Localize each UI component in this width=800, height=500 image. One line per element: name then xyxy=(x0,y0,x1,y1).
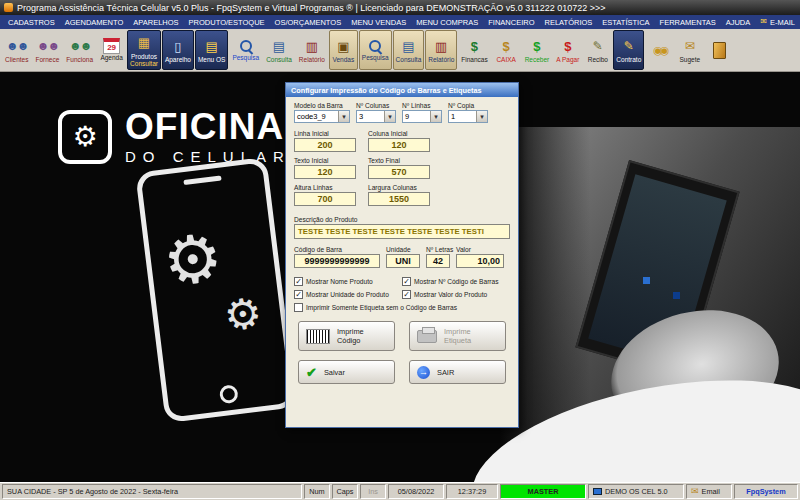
email-icon: ✉ xyxy=(691,487,699,496)
toolbar-button-relat-rio[interactable]: Relatório xyxy=(425,30,457,70)
dialog-titlebar[interactable]: Configurar Impressão do Código de Barras… xyxy=(286,83,518,97)
exit-icon xyxy=(713,42,726,59)
linha-inicial-input[interactable]: 200 xyxy=(294,138,356,152)
barcode-config-dialog: Configurar Impressão do Código de Barras… xyxy=(285,82,519,428)
toolbar-button-aparelho[interactable]: Aparelho xyxy=(162,30,194,70)
texto-final-label: Texto Final xyxy=(368,157,430,164)
status-email[interactable]: ✉ Email xyxy=(686,484,732,499)
logo-line2: DO CELULAR xyxy=(125,148,291,165)
checkbox-box xyxy=(294,303,303,312)
gear-icon: ⚙ xyxy=(72,123,97,151)
toolbar-button-consulta[interactable]: Consulta xyxy=(393,30,425,70)
consult-icon xyxy=(402,36,414,56)
toolbar-button-funciona[interactable]: Funciona xyxy=(63,30,96,70)
texto-final-input[interactable]: 570 xyxy=(368,165,430,179)
menu-item-ajuda[interactable]: AJUDA xyxy=(721,18,756,27)
toolbar-button-label: Consulta xyxy=(396,56,422,63)
menu-item-financeiro[interactable]: FINANCEIRO xyxy=(483,18,539,27)
menu-item-label: OS/ORÇAMENTOS xyxy=(275,18,342,27)
menu-item-menu-vendas[interactable]: MENU VENDAS xyxy=(346,18,411,27)
menu-item-ferramentas[interactable]: FERRAMENTAS xyxy=(655,18,721,27)
menu-item-agendamento[interactable]: AGENDAMENTO xyxy=(60,18,129,27)
menu-item-label: AJUDA xyxy=(726,18,751,27)
toolbar-button-agenda[interactable]: 29Agenda xyxy=(97,30,126,70)
toolbar-button-clientes[interactable]: Clientes xyxy=(2,30,31,70)
toolbar-button-pesquisa[interactable]: Pesquisa xyxy=(359,30,392,70)
menu-item-cadastros[interactable]: CADASTROS xyxy=(3,18,60,27)
toolbar-button-produtos[interactable]: ProdutosConsultar xyxy=(127,30,161,70)
num-letras-input[interactable]: 42 xyxy=(426,254,450,268)
copia-value: 1 xyxy=(449,112,476,121)
menu-item-relat-rios[interactable]: RELATÓRIOS xyxy=(540,18,598,27)
toolbar-button-contrato[interactable]: Contrato xyxy=(613,30,644,70)
altura-linhas-input[interactable]: 700 xyxy=(294,192,356,206)
colunas-label: Nº Colunas xyxy=(356,102,396,109)
toolbar-button-sugete[interactable]: Sugete xyxy=(675,30,704,70)
report-icon xyxy=(306,36,318,56)
imprime-codigo-label: Imprime Código xyxy=(337,327,387,345)
toolbar-button-recibo[interactable]: Recibo xyxy=(583,30,612,70)
descricao-input[interactable]: TESTE TESTE TESTE TESTE TESTE TESTE TEST… xyxy=(294,224,510,239)
consult-icon xyxy=(273,36,285,56)
status-num: Num xyxy=(304,484,330,499)
toolbar-button-receber[interactable]: Receber xyxy=(522,30,553,70)
menu-item-produto-estoque[interactable]: PRODUTO/ESTOQUE xyxy=(184,18,270,27)
checkbox-label: Imprimir Somente Etiqueta sem o Código d… xyxy=(306,304,457,311)
receive-icon xyxy=(533,36,540,56)
sair-button[interactable]: → SAIR xyxy=(409,360,506,384)
menu-item-aparelhos[interactable]: APARELHOS xyxy=(128,18,183,27)
check-icon: ✔ xyxy=(306,365,317,380)
checkbox-imprimir-somente-etiqueta-sem-o-c-digo-de-barras[interactable]: Imprimir Somente Etiqueta sem o Código d… xyxy=(294,303,510,312)
toolbar-button-fornece[interactable]: Fornece xyxy=(32,30,62,70)
checkbox-mostrar-unidade-do-produto[interactable]: ✓Mostrar Unidade do Produto xyxy=(294,290,402,299)
toolbar-button-label: Sugete xyxy=(679,56,700,63)
toolbar-button-label: Recibo xyxy=(588,56,608,63)
menu-os-icon xyxy=(206,36,218,56)
status-location: SUA CIDADE - SP 5 de Agosto de 2022 - Se… xyxy=(2,484,302,499)
coluna-inicial-input[interactable]: 120 xyxy=(368,138,430,152)
menu-item-os-or-amentos[interactable]: OS/ORÇAMENTOS xyxy=(270,18,347,27)
toolbar-button-label: Agenda xyxy=(100,54,122,61)
toolbar-button-label: Financas xyxy=(461,56,487,63)
checkbox-mostrar-n-c-digo-de-barras[interactable]: ✓Mostrar Nº Código de Barras xyxy=(402,277,510,286)
gear-icon: ⚙ xyxy=(159,223,226,296)
menu-item-e-mail[interactable]: ✉E-MAIL xyxy=(755,18,800,27)
toolbar-button-label: Pesquisa xyxy=(362,54,389,61)
menu-item-estat-stica[interactable]: ESTATÍSTICA xyxy=(597,18,654,27)
valor-input[interactable]: 10,00 xyxy=(456,254,504,268)
toolbar-button-vendas[interactable]: Vendas xyxy=(329,30,358,70)
menu-item-label: RELATÓRIOS xyxy=(545,18,593,27)
imprime-codigo-button[interactable]: Imprime Código xyxy=(298,321,395,351)
copia-select[interactable]: 1 ▾ xyxy=(448,110,488,123)
salvar-button[interactable]: ✔ Salvar xyxy=(298,360,395,384)
toolbar-button-pesquisa[interactable]: Pesquisa xyxy=(229,30,262,70)
toolbar-button-caixa[interactable]: CAIXA xyxy=(492,30,521,70)
menu-item-menu-compras[interactable]: MENU COMPRAS xyxy=(411,18,483,27)
toolbar-button-consulta[interactable]: Consulta xyxy=(263,30,295,70)
checkbox-mostrar-valor-do-produto[interactable]: ✓Mostrar Valor do Produto xyxy=(402,290,510,299)
cashbox-icon xyxy=(503,36,510,56)
linhas-select[interactable]: 9 ▾ xyxy=(402,110,442,123)
chevron-down-icon: ▾ xyxy=(338,111,349,122)
toolbar-button-label: Consulta xyxy=(266,56,292,63)
toolbar-button-financas[interactable]: Financas xyxy=(458,30,490,70)
toolbar-button-relat-rio[interactable]: Relatório xyxy=(296,30,328,70)
codigo-barra-input[interactable]: 9999999999999 xyxy=(294,254,380,268)
window-title: Programa Assistência Técnica Celular v5.… xyxy=(17,3,606,13)
checkbox-mostrar-nome-produto[interactable]: ✓Mostrar Nome Produto xyxy=(294,277,402,286)
modelo-label: Modelo da Barra xyxy=(294,102,350,109)
toolbar-button-menu-os[interactable]: Menu OS xyxy=(195,30,228,70)
largura-colunas-input[interactable]: 1550 xyxy=(368,192,430,206)
toolbar: ClientesForneceFunciona29AgendaProdutosC… xyxy=(0,29,800,72)
toolbar-button-exit[interactable] xyxy=(705,30,734,70)
imprime-etiqueta-button[interactable]: Imprime Etiqueta xyxy=(409,321,506,351)
toolbar-button-coins[interactable] xyxy=(645,30,674,70)
toolbar-button-label: Produtos xyxy=(131,53,157,60)
modelo-select[interactable]: code3_9 ▾ xyxy=(294,110,350,123)
toolbar-button-a-pagar[interactable]: A Pagar xyxy=(553,30,582,70)
texto-inicial-input[interactable]: 120 xyxy=(294,165,356,179)
toolbar-button-label: Relatório xyxy=(299,56,325,63)
colunas-select[interactable]: 3 ▾ xyxy=(356,110,396,123)
copia-label: Nº Copia xyxy=(448,102,488,109)
unidade-input[interactable]: UNI xyxy=(386,254,420,268)
